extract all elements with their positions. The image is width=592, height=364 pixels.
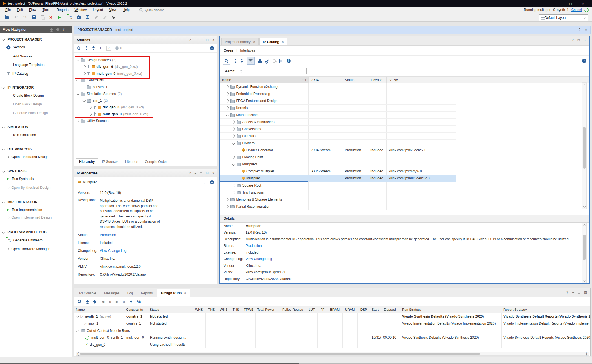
collapse-all-icon[interactable] [50,28,53,32]
first-run-icon[interactable]: ◀ [101,299,104,304]
fn-section-ip-integrator[interactable]: IP INTEGRATOR [2,85,34,90]
collapse-all-icon[interactable] [86,300,89,304]
chevron-right-icon[interactable] [76,119,79,123]
column-ths[interactable]: THS [230,307,242,313]
fn-item-open-synthesized-design[interactable]: Open Synthesized Design [7,185,50,190]
minimize-panel-icon[interactable]: – [195,171,196,175]
tree-row-sim1[interactable]: sim_1(2) [83,97,108,104]
catalog-search-input[interactable] [238,68,307,74]
cancel-run-link[interactable]: Cancel [571,8,582,12]
tree-row-simulation-sources[interactable]: Simulation Sources(2) [77,90,122,97]
menu-reports[interactable]: Reports [53,8,71,12]
catalog-row[interactable]: FPGA Features and Design [220,97,456,105]
maximize-panel-icon[interactable]: □ [200,38,202,42]
tab-ip-catalog[interactable]: IP Catalog× [259,38,287,45]
menu-edit[interactable]: Edit [14,8,26,12]
menu-window[interactable]: Window [71,8,90,12]
help-icon[interactable]: ? [578,28,580,32]
fn-item-run-implementation[interactable]: Run Implementation [7,207,42,213]
run-row-synth1[interactable]: ▷synth_1(active) constrs_1 Not started V… [74,313,590,320]
fn-item-generate-bitstream[interactable]: 0110Generate Bitstream [6,238,43,243]
forward-arrow-icon[interactable]: → [202,180,206,185]
float-panel-icon[interactable]: ⊡ [206,38,209,42]
chevron-right-icon[interactable] [232,184,235,187]
group-by-icon[interactable] [258,59,262,63]
fn-section-rtl-analysis[interactable]: RTL ANALYSIS [2,146,32,152]
column-wns[interactable]: WNS [193,307,205,313]
ip-properties-header[interactable]: IP Properties ? – □ ⊡ × [74,169,217,177]
play-icon[interactable]: ▶ [116,300,118,304]
maximize-panel-icon[interactable]: □ [200,171,202,175]
fn-item-settings[interactable]: Settings [7,45,25,50]
column-whs[interactable]: WHS [218,307,230,313]
catalog-row[interactable]: Floating Point [220,154,456,161]
collapse-all-icon[interactable] [234,59,237,63]
tab-log[interactable]: Log [124,290,137,297]
chevron-right-icon[interactable] [226,99,229,103]
column-elapsed[interactable]: Elapsed [384,307,396,313]
details-scrollbar[interactable] [582,223,587,283]
run-icon[interactable] [58,15,61,19]
tab-compile-order[interactable]: Compile Order [142,159,170,165]
open-project-icon[interactable] [5,16,9,19]
fn-section-synthesis[interactable]: SYNTHESIS [2,168,27,174]
chevron-down-icon[interactable] [226,114,229,117]
column-name[interactable]: Name [76,307,85,313]
chevron-down-icon[interactable] [76,79,79,82]
fn-item-generate-block-design[interactable]: Generate Block Design [13,110,48,116]
column-tns[interactable]: TNS [205,307,218,313]
percent-icon[interactable]: % [137,299,141,304]
column-total-power[interactable]: Total Power [257,307,275,313]
fn-item-open-implemented-design[interactable]: Open Implemented Design [7,215,52,220]
settings-gear-icon[interactable] [210,181,214,184]
horizontal-scrollbar[interactable]: ❮ ❯ [76,352,589,356]
layout-selector[interactable]: Default Layout [539,14,588,21]
catalog-row-multiplier-selected[interactable]: MultiplierProductionIncludedxilinx.com:i… [220,175,456,182]
column-vlnv[interactable]: VLNV [386,77,456,83]
collapse-all-icon[interactable] [85,46,88,50]
close-tab-icon[interactable]: × [184,291,186,295]
chevron-right-icon[interactable] [89,113,92,116]
close-panel-icon[interactable]: × [212,171,214,175]
tree-row-mult-gen[interactable]: mult_gen_0(mult_gen_0.xci) [83,70,142,77]
column-axi4[interactable]: AXI4 [308,77,342,83]
tab-tcl-console[interactable]: Tcl Console [75,290,100,297]
settings-icon[interactable] [77,16,81,19]
expand-all-icon[interactable] [240,59,243,63]
tree-row-sim-mult-gen[interactable]: mult_gen_0(mult_gen_0.xci) [89,111,148,117]
help-icon[interactable]: ? [189,38,191,42]
minimize-panel-icon[interactable]: – [195,38,196,42]
menu-layout[interactable]: Layout [90,8,106,12]
report-summary-icon[interactable]: Σ [86,14,89,20]
sources-panel-header[interactable]: Sources ? – □ ⊡ × [74,36,217,44]
search-icon[interactable] [223,57,230,65]
run-row-mult-gen-synth[interactable]: mult_gen_0_synth_1 mult_gen_0 Running sy… [74,334,590,341]
fn-section-program-debug[interactable]: PROGRAM AND DEBUG [2,229,47,235]
expand-all-icon[interactable] [56,28,59,32]
column-license[interactable]: License [368,77,386,83]
edit-disabled-icon[interactable] [94,16,98,19]
next-runs-icon[interactable]: » [123,299,125,304]
chevron-down-icon[interactable] [76,92,79,96]
maximize-panel-icon[interactable]: □ [578,290,580,294]
status-link[interactable]: Production [100,233,116,237]
chevron-right-icon[interactable] [232,121,235,124]
catalog-tree-scrollbar[interactable] [582,82,587,209]
chevron-down-icon[interactable] [83,99,86,102]
fn-item-open-block-design[interactable]: Open Block Design [13,101,42,107]
tree-row-utility-sources[interactable]: Utility Sources [77,117,108,124]
tab-project-summary[interactable]: Project Summary× [221,38,259,45]
catalog-row[interactable]: Memories & Storage Elements [220,196,456,203]
scroll-down-icon[interactable] [583,204,586,207]
settings-gear-icon[interactable] [582,59,586,63]
change-log-link[interactable]: View Change Log [246,257,272,261]
fn-item-run-synthesis[interactable]: Run Synthesis [7,176,34,182]
help-icon[interactable]: ? [63,28,65,32]
maximize-button[interactable]: □ [564,1,577,6]
column-bram[interactable]: BRAM [328,307,342,313]
close-button[interactable]: × [577,1,589,6]
back-arrow-icon[interactable]: ← [193,180,197,185]
catalog-row[interactable]: Kernels [220,105,456,112]
menu-file[interactable]: File [2,8,14,12]
undo-icon[interactable]: ↶ [14,15,18,20]
